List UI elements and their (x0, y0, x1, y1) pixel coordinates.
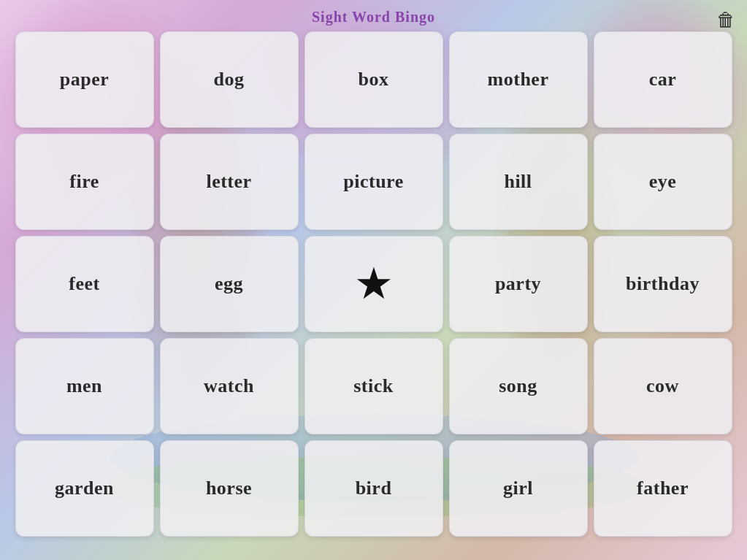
cell-word-r1c5: car (649, 69, 677, 91)
bingo-cell-r1c5[interactable]: car (594, 31, 732, 128)
bingo-cell-r2c4[interactable]: hill (449, 134, 588, 230)
cell-word-r1c1: paper (60, 69, 110, 91)
cell-word-r1c2: dog (214, 69, 245, 91)
bingo-cell-r5c5[interactable]: father (594, 440, 732, 537)
cell-word-r1c3: box (359, 69, 389, 91)
cell-word-r5c4: girl (503, 477, 533, 499)
bingo-cell-r5c2[interactable]: horse (160, 440, 299, 537)
star-icon: ★ (354, 262, 394, 306)
cell-word-r4c2: watch (204, 375, 254, 397)
cell-word-r3c4: party (495, 273, 541, 295)
cell-word-r5c3: bird (356, 477, 392, 499)
bingo-cell-r2c2[interactable]: letter (160, 134, 299, 230)
bingo-cell-r3c4[interactable]: party (449, 236, 588, 332)
cell-word-r4c4: song (499, 375, 537, 397)
cell-word-r5c2: horse (206, 477, 252, 499)
page-container: Sight Word Bingo 🗑 paperdogboxmothercarf… (0, 0, 747, 560)
bingo-cell-r2c5[interactable]: eye (594, 134, 732, 230)
bingo-cell-r1c2[interactable]: dog (160, 31, 299, 128)
cell-word-r2c1: fire (69, 171, 99, 193)
bingo-cell-r3c2[interactable]: egg (160, 236, 299, 332)
cell-word-r4c1: men (66, 375, 102, 397)
bingo-cell-r4c5[interactable]: cow (594, 338, 732, 434)
cell-word-r2c5: eye (649, 171, 677, 193)
bingo-cell-r1c3[interactable]: box (304, 31, 443, 128)
cell-word-r2c3: picture (343, 171, 403, 193)
cell-word-r3c1: feet (69, 273, 99, 295)
bingo-cell-r3c5[interactable]: birthday (594, 236, 732, 332)
bingo-cell-r4c2[interactable]: watch (160, 338, 299, 434)
trash-button[interactable]: 🗑 (716, 9, 735, 31)
cell-word-r1c4: mother (488, 69, 549, 91)
cell-word-r5c5: father (637, 477, 689, 499)
cell-word-r2c2: letter (206, 171, 251, 193)
bingo-cell-r2c1[interactable]: fire (15, 134, 154, 230)
bingo-cell-r5c3[interactable]: bird (304, 440, 443, 537)
cell-word-r4c3: stick (353, 375, 394, 397)
bingo-cell-r3c1[interactable]: feet (15, 236, 154, 332)
bingo-cell-r5c4[interactable]: girl (449, 440, 588, 537)
app-title: Sight Word Bingo (312, 9, 435, 26)
cell-word-r2c4: hill (504, 171, 532, 193)
bingo-cell-r4c4[interactable]: song (449, 338, 588, 434)
bingo-grid: paperdogboxmothercarfireletterpicturehil… (8, 31, 740, 537)
cell-word-r5c1: garden (55, 477, 114, 499)
bingo-cell-r2c3[interactable]: picture (304, 134, 443, 230)
cell-word-r3c2: egg (215, 273, 243, 295)
bingo-cell-r1c4[interactable]: mother (449, 31, 588, 128)
bingo-cell-r3c3[interactable]: ★ (304, 236, 443, 332)
bingo-cell-r4c3[interactable]: stick (304, 338, 443, 434)
bingo-cell-r4c1[interactable]: men (15, 338, 154, 434)
bingo-cell-r5c1[interactable]: garden (15, 440, 154, 537)
cell-word-r3c5: birthday (626, 273, 700, 295)
bingo-cell-r1c1[interactable]: paper (15, 31, 154, 128)
cell-word-r4c5: cow (646, 375, 679, 397)
